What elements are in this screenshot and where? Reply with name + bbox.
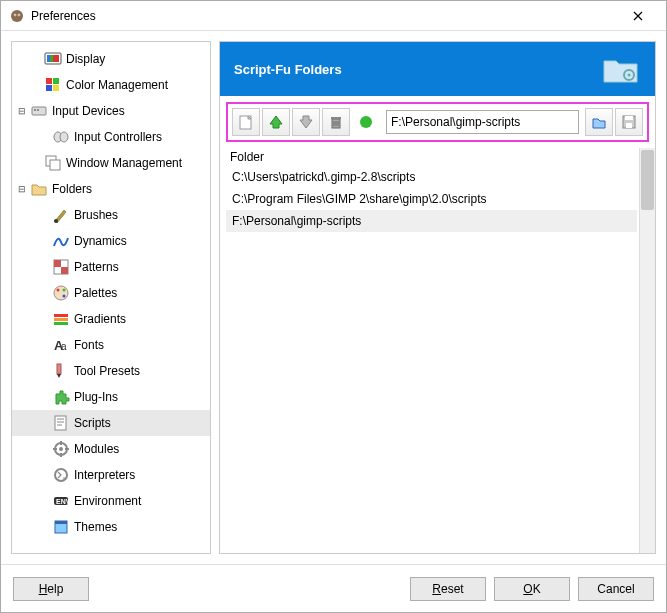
help-button[interactable]: Help: [13, 577, 89, 601]
tree-fonts[interactable]: Aa Fonts: [12, 332, 210, 358]
tree-display[interactable]: Display: [12, 46, 210, 72]
tree-themes[interactable]: Themes: [12, 514, 210, 540]
tree-gradients[interactable]: Gradients: [12, 306, 210, 332]
category-tree[interactable]: Display Color Management ⊟ Input Devices…: [11, 41, 211, 554]
toolpresets-icon: [52, 362, 70, 380]
tree-label: Modules: [74, 442, 119, 456]
preferences-window: Preferences Display Color Management ⊟ I…: [0, 0, 667, 613]
tree-label: Fonts: [74, 338, 104, 352]
svg-rect-22: [54, 260, 61, 267]
tree-dynamics[interactable]: Dynamics: [12, 228, 210, 254]
move-up-button[interactable]: [262, 108, 290, 136]
tree-label: Tool Presets: [74, 364, 140, 378]
status-indicator-icon: [352, 108, 380, 136]
svg-rect-56: [626, 123, 632, 128]
list-item[interactable]: F:\Personal\gimp-scripts: [226, 210, 637, 232]
gradients-icon: [52, 310, 70, 328]
scroll-thumb[interactable]: [641, 150, 654, 210]
svg-point-26: [63, 289, 66, 292]
list-item[interactable]: C:\Users\patrickd\.gimp-2.8\scripts: [226, 166, 637, 188]
windows-icon: [44, 154, 62, 172]
reset-button[interactable]: Reset: [410, 577, 486, 601]
svg-point-27: [63, 295, 66, 298]
content-title: Script-Fu Folders: [234, 62, 342, 77]
svg-point-53: [360, 116, 372, 128]
tree-label: Brushes: [74, 208, 118, 222]
svg-rect-9: [46, 78, 52, 84]
tree-color-mgmt[interactable]: Color Management: [12, 72, 210, 98]
svg-point-20: [54, 219, 58, 223]
tree-label: Folders: [52, 182, 92, 196]
scripts-icon: [52, 414, 70, 432]
svg-rect-49: [331, 117, 341, 119]
patterns-icon: [52, 258, 70, 276]
tree-tool-presets[interactable]: Tool Presets: [12, 358, 210, 384]
svg-rect-8: [47, 55, 50, 62]
tree-label: Color Management: [66, 78, 168, 92]
tree-label: Input Controllers: [74, 130, 162, 144]
new-folder-button[interactable]: [232, 108, 260, 136]
ok-button[interactable]: OK: [494, 577, 570, 601]
tree-label: Gradients: [74, 312, 126, 326]
tree-environment[interactable]: ENV Environment: [12, 488, 210, 514]
folder-toolbar: [226, 102, 649, 142]
close-button[interactable]: [618, 2, 658, 30]
svg-rect-44: [55, 521, 67, 524]
collapse-icon[interactable]: ⊟: [16, 105, 28, 117]
controller-icon: [52, 128, 70, 146]
scrollbar[interactable]: [639, 148, 655, 553]
tree-input-devices[interactable]: ⊟ Input Devices: [12, 98, 210, 124]
window-title: Preferences: [31, 9, 618, 23]
tree-input-controllers[interactable]: Input Controllers: [12, 124, 210, 150]
folder-path-input[interactable]: [386, 110, 579, 134]
svg-point-3: [14, 14, 15, 15]
svg-rect-30: [54, 322, 68, 325]
svg-point-39: [59, 447, 63, 451]
dynamics-icon: [52, 232, 70, 250]
svg-rect-14: [34, 109, 36, 111]
tree-label: Themes: [74, 520, 117, 534]
collapse-icon[interactable]: ⊟: [16, 183, 28, 195]
tree-plugins[interactable]: Plug-Ins: [12, 384, 210, 410]
svg-rect-23: [61, 267, 68, 274]
tree-palettes[interactable]: Palettes: [12, 280, 210, 306]
svg-text:a: a: [61, 341, 67, 352]
display-icon: [44, 50, 62, 68]
tree-label: Dynamics: [74, 234, 127, 248]
move-down-button[interactable]: [292, 108, 320, 136]
themes-icon: [52, 518, 70, 536]
spacer: [30, 79, 42, 91]
tree-modules[interactable]: Modules: [12, 436, 210, 462]
dialog-footer: Help Reset OK Cancel: [1, 564, 666, 612]
svg-rect-34: [55, 416, 66, 430]
column-header[interactable]: Folder: [226, 148, 637, 166]
svg-rect-12: [53, 85, 59, 91]
tree-window-mgmt[interactable]: Window Management: [12, 150, 210, 176]
tree-scripts[interactable]: Scripts: [12, 410, 210, 436]
svg-point-4: [18, 14, 19, 15]
tree-label: Plug-Ins: [74, 390, 118, 404]
save-button[interactable]: [615, 108, 643, 136]
svg-rect-10: [53, 78, 59, 84]
tree-folders[interactable]: ⊟ Folders: [12, 176, 210, 202]
tree-label: Interpreters: [74, 468, 135, 482]
tree-interpreters[interactable]: Interpreters: [12, 462, 210, 488]
list-item[interactable]: C:\Program Files\GIMP 2\share\gimp\2.0\s…: [226, 188, 637, 210]
tree-brushes[interactable]: Brushes: [12, 202, 210, 228]
folder-gear-icon: [601, 53, 641, 85]
tree-patterns[interactable]: Patterns: [12, 254, 210, 280]
svg-rect-55: [625, 116, 633, 120]
tree-label: Scripts: [74, 416, 111, 430]
browse-button[interactable]: [585, 108, 613, 136]
svg-rect-11: [46, 85, 52, 91]
interpreters-icon: [52, 466, 70, 484]
svg-point-0: [11, 10, 23, 22]
plugins-icon: [52, 388, 70, 406]
content-pane: Script-Fu Folders Folder C:\Users\patric…: [219, 41, 656, 554]
svg-rect-28: [54, 314, 68, 317]
delete-button[interactable]: [322, 108, 350, 136]
fonts-icon: Aa: [52, 336, 70, 354]
folder-list: Folder C:\Users\patrickd\.gimp-2.8\scrip…: [220, 148, 655, 553]
brush-icon: [52, 206, 70, 224]
cancel-button[interactable]: Cancel: [578, 577, 654, 601]
